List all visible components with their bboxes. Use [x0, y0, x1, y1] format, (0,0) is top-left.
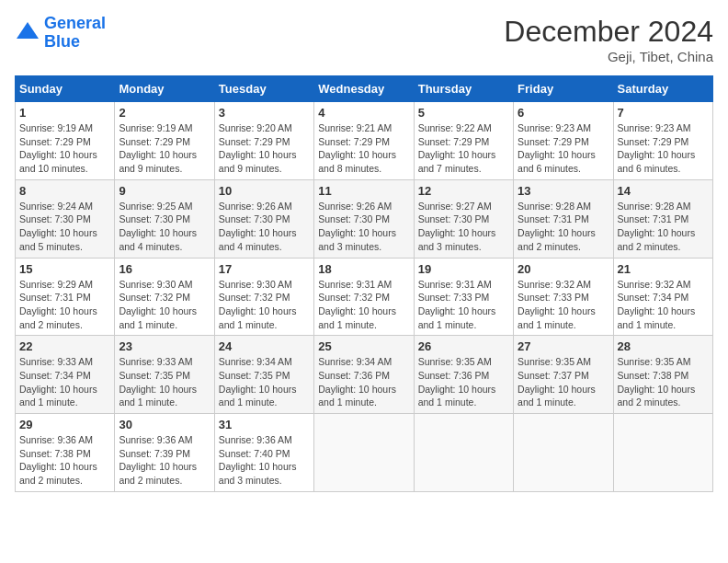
day-number: 4 [318, 106, 409, 120]
calendar-cell: 4Sunrise: 9:21 AM Sunset: 7:29 PM Daylig… [314, 102, 414, 180]
day-number: 6 [518, 106, 609, 120]
page-header: GeneralBlue December 2024 Geji, Tibet, C… [15, 15, 713, 64]
logo: GeneralBlue [15, 15, 106, 52]
day-info: Sunrise: 9:26 AM Sunset: 7:30 PM Dayligh… [219, 200, 310, 254]
day-info: Sunrise: 9:34 AM Sunset: 7:36 PM Dayligh… [318, 355, 409, 409]
calendar-cell: 28Sunrise: 9:35 AM Sunset: 7:38 PM Dayli… [613, 336, 712, 414]
calendar-cell: 14Sunrise: 9:28 AM Sunset: 7:31 PM Dayli… [613, 179, 712, 258]
calendar-cell [314, 414, 414, 492]
day-number: 19 [418, 262, 509, 276]
calendar-cell: 13Sunrise: 9:28 AM Sunset: 7:31 PM Dayli… [514, 179, 613, 258]
day-number: 20 [518, 262, 609, 276]
calendar-cell: 20Sunrise: 9:32 AM Sunset: 7:33 PM Dayli… [514, 258, 613, 336]
calendar-cell: 27Sunrise: 9:35 AM Sunset: 7:37 PM Dayli… [514, 336, 613, 414]
main-title: December 2024 [504, 15, 713, 49]
header-saturday: Saturday [613, 76, 712, 102]
day-number: 14 [618, 184, 709, 198]
calendar-cell: 3Sunrise: 9:20 AM Sunset: 7:29 PM Daylig… [214, 102, 313, 180]
calendar-cell: 15Sunrise: 9:29 AM Sunset: 7:31 PM Dayli… [16, 258, 115, 336]
calendar-table: Sunday Monday Tuesday Wednesday Thursday… [15, 75, 713, 492]
day-info: Sunrise: 9:35 AM Sunset: 7:38 PM Dayligh… [618, 355, 709, 409]
header-wednesday: Wednesday [314, 76, 414, 102]
day-number: 18 [318, 262, 409, 276]
day-info: Sunrise: 9:33 AM Sunset: 7:35 PM Dayligh… [119, 355, 210, 409]
calendar-cell: 11Sunrise: 9:26 AM Sunset: 7:30 PM Dayli… [314, 179, 414, 258]
day-info: Sunrise: 9:25 AM Sunset: 7:30 PM Dayligh… [119, 200, 210, 254]
subtitle: Geji, Tibet, China [504, 49, 713, 64]
calendar-cell: 16Sunrise: 9:30 AM Sunset: 7:32 PM Dayli… [115, 258, 214, 336]
day-number: 7 [618, 106, 709, 120]
calendar-week-row: 15Sunrise: 9:29 AM Sunset: 7:31 PM Dayli… [16, 258, 713, 336]
calendar-cell [613, 414, 712, 492]
day-number: 2 [119, 106, 210, 120]
calendar-cell: 21Sunrise: 9:32 AM Sunset: 7:34 PM Dayli… [613, 258, 712, 336]
day-number: 31 [219, 418, 310, 431]
day-info: Sunrise: 9:36 AM Sunset: 7:38 PM Dayligh… [19, 433, 110, 488]
day-info: Sunrise: 9:32 AM Sunset: 7:34 PM Dayligh… [618, 278, 709, 332]
day-number: 9 [119, 184, 210, 198]
calendar-cell: 10Sunrise: 9:26 AM Sunset: 7:30 PM Dayli… [214, 179, 313, 258]
day-number: 13 [518, 184, 609, 198]
day-number: 15 [19, 262, 110, 276]
day-info: Sunrise: 9:33 AM Sunset: 7:34 PM Dayligh… [19, 355, 110, 409]
day-info: Sunrise: 9:36 AM Sunset: 7:40 PM Dayligh… [219, 433, 310, 488]
day-number: 5 [418, 106, 509, 120]
calendar-cell: 25Sunrise: 9:34 AM Sunset: 7:36 PM Dayli… [314, 336, 414, 414]
calendar-cell: 8Sunrise: 9:24 AM Sunset: 7:30 PM Daylig… [16, 179, 115, 258]
header-thursday: Thursday [414, 76, 513, 102]
day-info: Sunrise: 9:23 AM Sunset: 7:29 PM Dayligh… [618, 121, 709, 176]
day-info: Sunrise: 9:20 AM Sunset: 7:29 PM Dayligh… [219, 121, 310, 176]
logo-text: GeneralBlue [44, 15, 106, 52]
calendar-week-row: 29Sunrise: 9:36 AM Sunset: 7:38 PM Dayli… [16, 414, 713, 492]
calendar-cell: 19Sunrise: 9:31 AM Sunset: 7:33 PM Dayli… [414, 258, 513, 336]
day-number: 24 [219, 339, 310, 353]
day-info: Sunrise: 9:26 AM Sunset: 7:30 PM Dayligh… [318, 200, 409, 254]
day-info: Sunrise: 9:19 AM Sunset: 7:29 PM Dayligh… [119, 121, 210, 176]
day-number: 3 [219, 106, 310, 120]
day-info: Sunrise: 9:34 AM Sunset: 7:35 PM Dayligh… [219, 355, 310, 409]
day-info: Sunrise: 9:23 AM Sunset: 7:29 PM Dayligh… [518, 121, 609, 176]
day-info: Sunrise: 9:32 AM Sunset: 7:33 PM Dayligh… [518, 278, 609, 332]
day-info: Sunrise: 9:30 AM Sunset: 7:32 PM Dayligh… [119, 278, 210, 332]
calendar-cell [514, 414, 613, 492]
weekday-header-row: Sunday Monday Tuesday Wednesday Thursday… [16, 76, 713, 102]
calendar-cell: 26Sunrise: 9:35 AM Sunset: 7:36 PM Dayli… [414, 336, 513, 414]
title-block: December 2024 Geji, Tibet, China [504, 15, 713, 64]
day-number: 26 [418, 339, 509, 353]
day-number: 21 [618, 262, 709, 276]
day-number: 11 [318, 184, 409, 198]
calendar-cell: 6Sunrise: 9:23 AM Sunset: 7:29 PM Daylig… [514, 102, 613, 180]
day-number: 30 [119, 418, 210, 431]
day-info: Sunrise: 9:31 AM Sunset: 7:33 PM Dayligh… [418, 278, 509, 332]
calendar-cell: 30Sunrise: 9:36 AM Sunset: 7:39 PM Dayli… [115, 414, 214, 492]
day-info: Sunrise: 9:21 AM Sunset: 7:29 PM Dayligh… [318, 121, 409, 176]
logo-icon [15, 20, 40, 46]
calendar-cell: 18Sunrise: 9:31 AM Sunset: 7:32 PM Dayli… [314, 258, 414, 336]
header-friday: Friday [514, 76, 613, 102]
day-number: 22 [19, 339, 110, 353]
calendar-cell: 9Sunrise: 9:25 AM Sunset: 7:30 PM Daylig… [115, 179, 214, 258]
header-sunday: Sunday [16, 76, 115, 102]
day-number: 29 [19, 418, 110, 431]
day-info: Sunrise: 9:28 AM Sunset: 7:31 PM Dayligh… [618, 200, 709, 254]
day-info: Sunrise: 9:19 AM Sunset: 7:29 PM Dayligh… [19, 121, 110, 176]
day-number: 8 [19, 184, 110, 198]
day-info: Sunrise: 9:30 AM Sunset: 7:32 PM Dayligh… [219, 278, 310, 332]
day-info: Sunrise: 9:28 AM Sunset: 7:31 PM Dayligh… [518, 200, 609, 254]
day-info: Sunrise: 9:31 AM Sunset: 7:32 PM Dayligh… [318, 278, 409, 332]
day-number: 25 [318, 339, 409, 353]
calendar-cell: 29Sunrise: 9:36 AM Sunset: 7:38 PM Dayli… [16, 414, 115, 492]
day-info: Sunrise: 9:24 AM Sunset: 7:30 PM Dayligh… [19, 200, 110, 254]
calendar-week-row: 1Sunrise: 9:19 AM Sunset: 7:29 PM Daylig… [16, 102, 713, 180]
calendar-week-row: 8Sunrise: 9:24 AM Sunset: 7:30 PM Daylig… [16, 179, 713, 258]
day-number: 23 [119, 339, 210, 353]
calendar-cell: 24Sunrise: 9:34 AM Sunset: 7:35 PM Dayli… [214, 336, 313, 414]
calendar-cell: 5Sunrise: 9:22 AM Sunset: 7:29 PM Daylig… [414, 102, 513, 180]
day-info: Sunrise: 9:27 AM Sunset: 7:30 PM Dayligh… [418, 200, 509, 254]
calendar-cell: 12Sunrise: 9:27 AM Sunset: 7:30 PM Dayli… [414, 179, 513, 258]
day-number: 16 [119, 262, 210, 276]
day-info: Sunrise: 9:29 AM Sunset: 7:31 PM Dayligh… [19, 278, 110, 332]
calendar-cell [414, 414, 513, 492]
day-number: 1 [19, 106, 110, 120]
calendar-cell: 1Sunrise: 9:19 AM Sunset: 7:29 PM Daylig… [16, 102, 115, 180]
